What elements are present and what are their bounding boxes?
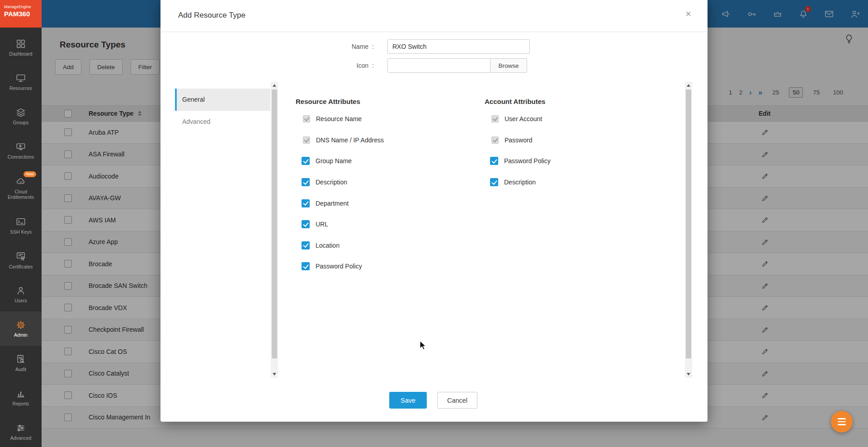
- tab-advanced[interactable]: Advanced: [175, 111, 270, 133]
- modal-header: Add Resource Type ×: [160, 0, 708, 32]
- name-colon: :: [372, 43, 377, 50]
- attr-user-account[interactable]: User Account: [490, 108, 551, 130]
- advanced-icon: [16, 423, 26, 433]
- close-icon[interactable]: ×: [685, 9, 691, 19]
- scroll-down-icon[interactable]: [685, 371, 692, 378]
- gear-icon: [16, 320, 26, 330]
- checkbox[interactable]: [303, 115, 310, 122]
- certificates-icon: [16, 251, 26, 262]
- attr-department[interactable]: Department: [302, 193, 384, 214]
- attr-resource-name[interactable]: Resource Name: [302, 108, 384, 130]
- account-attributes-heading: Account Attributes: [485, 98, 545, 105]
- new-badge: New: [24, 171, 36, 177]
- name-row: Name :: [305, 39, 530, 54]
- sidebar-item-users[interactable]: Users: [0, 277, 42, 311]
- resources-icon: [16, 73, 26, 83]
- checkbox[interactable]: [302, 178, 310, 186]
- inner-scrollbar-left[interactable]: [271, 82, 278, 378]
- scroll-up-icon[interactable]: [271, 82, 278, 89]
- chat-menu-fab[interactable]: [831, 411, 853, 433]
- sidebar-item-audit[interactable]: Audit: [0, 346, 42, 380]
- sidebar-item-resources[interactable]: Resources: [0, 65, 42, 99]
- users-icon: [16, 286, 26, 296]
- scrollbar-thumb[interactable]: [686, 89, 691, 358]
- checkbox[interactable]: [490, 157, 498, 165]
- attr-location[interactable]: Location: [302, 235, 384, 256]
- checkbox[interactable]: [491, 136, 499, 144]
- connections-icon: [16, 142, 26, 152]
- attr-account-password-policy[interactable]: Password Policy: [490, 151, 551, 172]
- resource-attributes-heading: Resource Attributes: [296, 98, 360, 105]
- sidebar-nav: Dashboard Resources Groups Connections N…: [0, 28, 42, 447]
- sidebar-item-groups[interactable]: Groups: [0, 99, 42, 133]
- attr-group-name[interactable]: Group Name: [302, 151, 384, 172]
- attr-password-policy[interactable]: Password Policy: [302, 256, 384, 277]
- cancel-button[interactable]: Cancel: [437, 392, 477, 409]
- attr-description[interactable]: Description: [302, 172, 384, 193]
- icon-row: Icon : Browse: [305, 58, 527, 73]
- checkbox[interactable]: [491, 115, 499, 122]
- add-resource-type-modal: Add Resource Type × Name : Icon : Browse…: [160, 0, 708, 422]
- sidebar-item-reports[interactable]: Reports: [0, 380, 42, 414]
- resource-attributes-list: Resource Name DNS Name / IP Address Grou…: [302, 108, 384, 277]
- reports-icon: [16, 389, 26, 399]
- scrollbar-thumb[interactable]: [272, 89, 277, 358]
- attr-url[interactable]: URL: [302, 214, 384, 235]
- brand-company: ManageEngine: [4, 5, 42, 9]
- checkbox[interactable]: [303, 136, 310, 144]
- modal-tabs: General Advanced: [175, 89, 270, 133]
- sidebar-item-ssh-keys[interactable]: SSH Keys: [0, 208, 42, 243]
- audit-icon: [16, 354, 26, 364]
- ssh-keys-icon: [16, 217, 26, 227]
- save-button[interactable]: Save: [389, 392, 427, 409]
- inner-scrollbar-right[interactable]: [685, 82, 692, 378]
- brand-product: PAM360: [4, 10, 42, 18]
- attr-dns-name-ip[interactable]: DNS Name / IP Address: [302, 130, 384, 151]
- modal-title: Add Resource Type: [178, 11, 245, 20]
- scroll-up-icon[interactable]: [685, 82, 692, 89]
- checkbox[interactable]: [302, 241, 310, 249]
- icon-colon: :: [372, 62, 377, 69]
- name-label: Name: [305, 43, 368, 50]
- groups-icon: [16, 108, 26, 118]
- account-attributes-list: User Account Password Password Policy De…: [490, 108, 551, 193]
- checkbox[interactable]: [302, 220, 310, 228]
- sidebar-item-certificates[interactable]: Certificates: [0, 243, 42, 277]
- app-root: ManageEngine PAM360 Dashboard Resources …: [0, 0, 868, 447]
- cloud-entitlements-icon: [15, 177, 26, 187]
- sidebar-item-dashboard[interactable]: Dashboard: [0, 30, 42, 65]
- sidebar-item-cloud-entitlements[interactable]: New Cloud Entitlements: [0, 168, 42, 208]
- checkbox[interactable]: [302, 157, 310, 165]
- checkbox[interactable]: [490, 178, 498, 186]
- attr-password[interactable]: Password: [490, 130, 551, 151]
- sidebar-item-connections[interactable]: Connections: [0, 133, 42, 168]
- icon-label: Icon: [305, 62, 368, 69]
- browse-button[interactable]: Browse: [491, 58, 527, 73]
- checkbox[interactable]: [302, 199, 310, 207]
- dashboard-icon: [16, 39, 26, 49]
- sidebar-item-advanced[interactable]: Advanced: [0, 414, 42, 447]
- brand-logo[interactable]: ManageEngine PAM360: [0, 0, 42, 28]
- sidebar: ManageEngine PAM360 Dashboard Resources …: [0, 0, 42, 447]
- checkbox[interactable]: [302, 262, 310, 270]
- attr-account-description[interactable]: Description: [490, 172, 551, 193]
- modal-actions: Save Cancel: [160, 392, 708, 409]
- scroll-down-icon[interactable]: [271, 371, 278, 378]
- icon-input[interactable]: [387, 58, 491, 73]
- name-input[interactable]: [387, 39, 530, 54]
- tab-general[interactable]: General: [175, 89, 270, 111]
- sidebar-item-admin[interactable]: Admin: [0, 311, 42, 346]
